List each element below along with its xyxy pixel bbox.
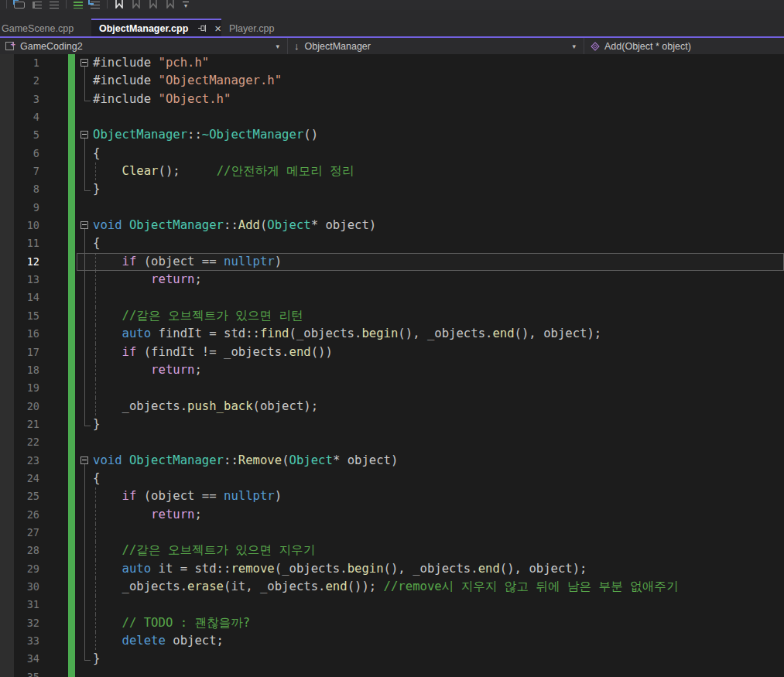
line-number[interactable]: 3 [0,91,39,108]
line-number[interactable]: 22 [0,433,39,451]
next-bookmark-icon[interactable] [145,0,162,9]
clear-bookmarks-icon[interactable] [162,0,179,9]
code-line-29[interactable]: 29 auto it = std::remove(_objects.begin(… [0,560,784,578]
line-number[interactable]: 19 [0,379,39,397]
code-line-22[interactable]: 22 [0,433,784,451]
line-number[interactable]: 26 [0,506,39,524]
code-line-26[interactable]: 26 return; [0,506,784,524]
line-number[interactable]: 12 [0,253,39,271]
line-number[interactable]: 33 [0,632,39,650]
project-dropdown[interactable]: + GameCoding2 ▾ [0,38,287,54]
code-line-31[interactable]: 31 [0,596,784,614]
code-line-27[interactable]: 27 [0,524,784,542]
tab-objectmanager-cpp[interactable]: ObjectManager.cpp × [91,19,221,36]
fold-collapse-icon[interactable] [80,54,93,72]
code-line-11[interactable]: 11{ [0,234,784,252]
code-line-10[interactable]: 10void ObjectManager::Add(Object* object… [0,217,784,234]
fold-collapse-icon[interactable] [80,452,93,470]
line-number[interactable]: 28 [0,542,39,559]
code-line-3[interactable]: 3#include "Object.h" [0,91,784,108]
code-line-21[interactable]: 21} [0,415,784,433]
code-line-8[interactable]: 8} [0,180,784,198]
previous-bookmark-icon[interactable] [128,0,145,9]
block-list-icon[interactable] [46,0,63,9]
code-line-30[interactable]: 30 _objects.erase(it, _objects.end()); /… [0,578,784,596]
line-number[interactable]: 14 [0,289,39,306]
line-number[interactable]: 25 [0,487,39,505]
code-line-20[interactable]: 20 _objects.push_back(object); [0,398,784,415]
code-line-7[interactable]: 7 Clear(); //안전하게 메모리 정리 [0,162,784,180]
code-line-25[interactable]: 25 if (object == nullptr) [0,487,784,505]
line-number[interactable]: 4 [0,108,39,126]
code-text: { [93,145,784,162]
code-line-17[interactable]: 17 if (findIt != _objects.end()) [0,344,784,361]
line-number[interactable]: 35 [0,668,39,677]
toggle-bookmark-icon[interactable] [111,0,128,9]
code-line-4[interactable]: 4 [0,108,784,126]
line-number[interactable]: 10 [0,217,39,234]
line-number[interactable]: 2 [0,72,39,90]
line-number[interactable]: 21 [0,415,39,433]
code-line-35[interactable]: 35 [0,668,784,677]
code-line-23[interactable]: 23void ObjectManager::Remove(Object* obj… [0,452,784,470]
line-number[interactable]: 31 [0,596,39,614]
code-line-13[interactable]: 13 return; [0,271,784,289]
code-line-9[interactable]: 9 [0,199,784,217]
line-number[interactable]: 6 [0,145,39,162]
line-number[interactable]: 29 [0,560,39,578]
line-number[interactable]: 11 [0,234,39,252]
code-line-12[interactable]: 12 if (object == nullptr) [0,253,784,271]
code-text: { [93,470,784,487]
code-line-5[interactable]: 5ObjectManager::~ObjectManager() [0,126,784,144]
chevron-down-icon[interactable]: ▾ [572,43,579,50]
line-number[interactable]: 27 [0,524,39,542]
line-number[interactable]: 5 [0,126,39,144]
line-number[interactable]: 30 [0,578,39,596]
line-number[interactable]: 24 [0,470,39,487]
scope-dropdown[interactable]: ↓ ObjectManager ▾ [288,38,584,54]
line-number[interactable]: 15 [0,307,39,325]
outlining-margin [80,470,93,487]
comment-lines-icon[interactable] [87,0,104,9]
uncomment-lines-icon[interactable] [70,0,87,9]
code-line-2[interactable]: 2#include "ObjectManager.h" [0,72,784,90]
line-number[interactable]: 20 [0,398,39,415]
close-icon[interactable]: × [214,23,221,34]
code-line-15[interactable]: 15 //같은 오브젝트가 있으면 리턴 [0,307,784,325]
selection-margin-icon[interactable] [10,0,29,9]
line-number[interactable]: 7 [0,162,39,180]
line-number[interactable]: 17 [0,344,39,361]
line-number[interactable]: 13 [0,271,39,289]
member-dropdown[interactable]: Add(Object * object) [584,38,784,54]
down-arrow-icon: ↓ [294,40,300,52]
code-line-19[interactable]: 19 [0,379,784,397]
code-line-1[interactable]: 1#include "pch.h" [0,54,784,72]
line-number[interactable]: 16 [0,325,39,343]
code-line-6[interactable]: 6{ [0,145,784,162]
line-number[interactable]: 23 [0,452,39,470]
code-line-33[interactable]: 33 delete object; [0,632,784,650]
line-list-icon[interactable] [29,0,46,9]
line-number[interactable]: 1 [0,54,39,72]
line-number[interactable]: 34 [0,650,39,668]
code-line-28[interactable]: 28 //같은 오브젝트가 있으면 지우기 [0,542,784,559]
line-number[interactable]: 8 [0,180,39,198]
code-line-32[interactable]: 32 // TODO : 괜찮을까? [0,614,784,632]
code-line-34[interactable]: 34} [0,650,784,668]
code-line-18[interactable]: 18 return; [0,361,784,379]
code-line-14[interactable]: 14 [0,289,784,306]
fold-collapse-icon[interactable] [80,126,93,144]
code-line-16[interactable]: 16 auto findIt = std::find(_objects.begi… [0,325,784,343]
code-line-24[interactable]: 24{ [0,470,784,487]
pin-icon[interactable] [197,24,207,32]
tab-player-cpp[interactable]: Player.cpp [221,19,282,36]
line-number[interactable]: 18 [0,361,39,379]
line-number[interactable]: 9 [0,199,39,217]
code-editor[interactable]: 1#include "pch.h"2#include "ObjectManage… [0,54,784,677]
chevron-down-icon[interactable]: ▾ [276,43,282,50]
outlining-margin [80,325,93,343]
toolbar-options-icon[interactable]: ▾ [179,0,193,9]
fold-collapse-icon[interactable] [80,217,93,234]
line-number[interactable]: 32 [0,614,39,632]
tab-gamescene-cpp[interactable]: GameScene.cpp [0,19,91,36]
